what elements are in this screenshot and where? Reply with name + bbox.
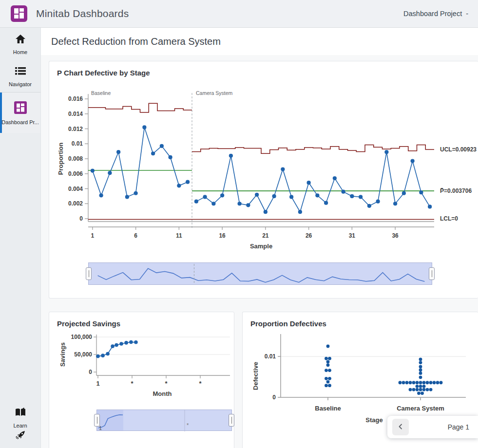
sidebar-item-learn[interactable]: Learn [0, 401, 40, 429]
svg-text:6: 6 [134, 232, 137, 239]
page-title-band: Defect Reduction from Camera System [41, 28, 478, 55]
svg-text:*: * [131, 380, 134, 387]
main-area: Defect Reduction from Camera System P Ch… [41, 28, 478, 448]
svg-text:26: 26 [306, 232, 312, 239]
svg-text:LCL=0: LCL=0 [440, 215, 458, 222]
savings-brush[interactable]: 1* [96, 410, 232, 431]
svg-text:Proportion: Proportion [57, 143, 64, 175]
dashboard-grid-icon [14, 101, 27, 116]
sidebar-item-navigator[interactable]: Navigator [0, 60, 40, 92]
svg-text:*: * [165, 380, 168, 387]
brush-handle-left[interactable] [86, 267, 92, 280]
svg-text:P̄=0.003706: P̄=0.003706 [440, 187, 472, 194]
svg-text:0.004: 0.004 [68, 186, 83, 192]
sidebar-item-dashboard-project[interactable]: Dashboard Pr... [0, 92, 40, 133]
svg-text:0.006: 0.006 [68, 170, 83, 177]
svg-text:0.01: 0.01 [72, 140, 83, 147]
svg-text:UCL=0.00923: UCL=0.00923 [440, 146, 477, 153]
svg-text:Sample: Sample [250, 243, 272, 250]
prev-page-button[interactable] [392, 419, 409, 435]
brush-handle-right[interactable] [229, 414, 234, 427]
sidebar-item-home[interactable]: Home [0, 28, 40, 60]
page-label: Page 1 [448, 423, 469, 431]
brush-handle-right[interactable] [429, 267, 435, 280]
svg-text:0.01: 0.01 [265, 353, 276, 360]
pchart-brush[interactable] [88, 262, 432, 285]
project-caret-icon: - [466, 10, 468, 18]
svg-text:11: 11 [176, 232, 182, 239]
svg-text:1: 1 [91, 232, 95, 239]
savings-brush-minichart: 1* [97, 410, 232, 431]
home-icon [15, 34, 26, 46]
pchart-title: P Chart Defective by Stage [49, 61, 478, 77]
svg-text:Savings: Savings [59, 342, 66, 367]
brush-handle-left[interactable] [94, 414, 100, 427]
pchart-svg: 00.0020.0040.0060.0080.010.0120.0140.016… [51, 82, 478, 262]
project-selector[interactable]: Dashboard Project - [403, 10, 468, 18]
svg-text:Baseline: Baseline [315, 405, 341, 412]
sidebar-item-label: Home [13, 49, 27, 55]
pagination-bar: Page 1 [387, 416, 478, 438]
sidebar-item-label: Navigator [9, 81, 32, 87]
savings-title: Projected Savings [49, 312, 234, 328]
svg-text:*: * [199, 380, 202, 387]
dashboard-content: P Chart Defective by Stage 00.0020.0040.… [41, 55, 478, 448]
sidebar: Home Navigator Dashboard Pr... [0, 28, 41, 448]
svg-text:0.016: 0.016 [68, 95, 83, 102]
svg-text:0.008: 0.008 [68, 155, 83, 162]
dotplot-title: Proportion Defectives [243, 312, 478, 328]
svg-text:Baseline: Baseline [91, 90, 111, 96]
svg-text:Camera System: Camera System [196, 90, 233, 96]
svg-text:31: 31 [349, 232, 356, 239]
savings-svg: 050,000100,0001***MonthSavings [49, 332, 235, 407]
svg-text:36: 36 [392, 232, 399, 239]
minitab-logo-icon [11, 5, 27, 22]
svg-text:Defective: Defective [252, 362, 259, 390]
sidebar-item-label: Dashboard Pr... [1, 119, 38, 125]
svg-text:16: 16 [219, 232, 226, 239]
app-title: Minitab Dashboards [36, 8, 129, 19]
project-name: Dashboard Project [403, 10, 462, 18]
chevron-left-icon [397, 423, 404, 431]
svg-text:0: 0 [89, 369, 92, 375]
svg-text:100,000: 100,000 [71, 334, 93, 340]
svg-text:Stage: Stage [365, 416, 382, 424]
topbar: Minitab Dashboards Dashboard Project - [0, 0, 478, 28]
rocket-icon [15, 429, 26, 443]
card-pchart: P Chart Defective by Stage 00.0020.0040.… [49, 61, 478, 299]
pchart-brush-minichart [89, 263, 433, 285]
svg-text:0: 0 [79, 215, 83, 222]
svg-text:50,000: 50,000 [74, 351, 92, 358]
sidebar-item-label: Learn [13, 423, 27, 429]
svg-text:0.014: 0.014 [68, 111, 83, 117]
svg-text:0.002: 0.002 [68, 200, 83, 207]
svg-text:*: * [187, 422, 189, 428]
svg-text:0: 0 [272, 394, 276, 401]
svg-text:Month: Month [153, 390, 172, 397]
svg-text:21: 21 [262, 232, 269, 239]
learn-book-icon [15, 408, 26, 419]
navigator-icon [15, 66, 26, 78]
sidebar-item-feedback[interactable] [0, 429, 40, 448]
svg-text:Camera System: Camera System [397, 405, 444, 412]
card-savings: Projected Savings 050,000100,0001***Mont… [49, 312, 234, 448]
svg-text:1: 1 [96, 380, 99, 387]
page-title: Defect Reduction from Camera System [51, 36, 221, 47]
svg-text:0.012: 0.012 [68, 126, 83, 132]
